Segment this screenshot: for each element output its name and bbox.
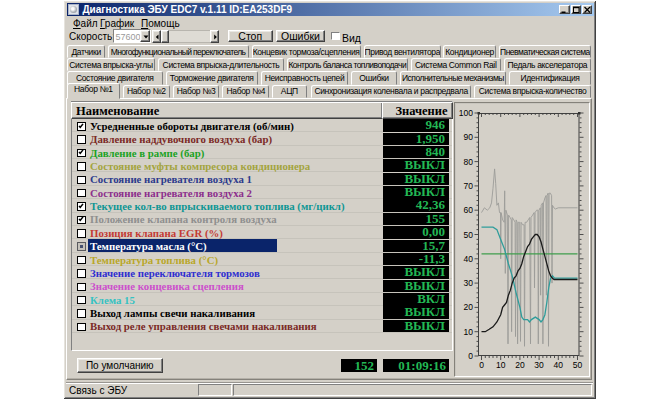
svg-text:30: 30 bbox=[534, 360, 544, 370]
svg-text:90: 90 bbox=[464, 132, 474, 142]
svg-text:50: 50 bbox=[464, 230, 474, 240]
svg-text:40: 40 bbox=[554, 360, 564, 370]
svg-text:60: 60 bbox=[464, 205, 474, 215]
svg-text:20: 20 bbox=[464, 302, 474, 312]
svg-text:10: 10 bbox=[496, 360, 506, 370]
svg-text:80: 80 bbox=[464, 157, 474, 167]
svg-text:40: 40 bbox=[464, 254, 474, 264]
svg-text:10: 10 bbox=[464, 327, 474, 337]
svg-text:30: 30 bbox=[464, 278, 474, 288]
svg-text:70: 70 bbox=[464, 181, 474, 191]
svg-text:50: 50 bbox=[573, 360, 583, 370]
svg-text:100: 100 bbox=[459, 108, 473, 118]
svg-text:0: 0 bbox=[468, 351, 473, 361]
svg-text:20: 20 bbox=[515, 360, 525, 370]
svg-text:0: 0 bbox=[479, 360, 484, 370]
